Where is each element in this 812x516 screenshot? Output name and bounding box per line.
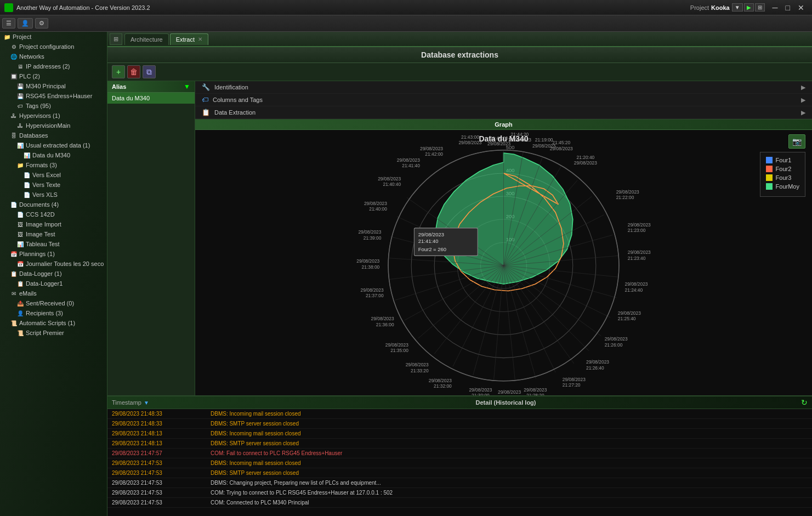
sidebar-item[interactable]: 👤Recipients (3) [0,308,107,318]
add-button[interactable]: + [112,65,125,78]
sidebar-item[interactable]: 📄Vers Texte [0,180,107,190]
alias-item[interactable]: Data du M340 [107,93,195,104]
svg-text:21:41:40: 21:41:40 [402,163,420,168]
title-bar: Another Way of Automation - Core Version… [0,0,812,15]
sidebar-item[interactable]: 📄Vers XLS [0,190,107,200]
svg-text:21:40:00: 21:40:00 [369,206,387,212]
prop-identification[interactable]: 🔧 Identification ▶ [195,81,812,94]
svg-text:21:43:00: 21:43:00 [461,134,479,140]
minimize-btn[interactable]: ─ [769,3,781,12]
sidebar-item[interactable]: 📄CCS 142D [0,209,107,219]
sidebar-item-icon: ⚙ [10,43,18,50]
sidebar-item[interactable]: 📜Script Premier [0,328,107,338]
alias-list: Data du M340 [107,93,195,104]
sidebar-item[interactable]: 📤Sent/Received (0) [0,298,107,308]
sidebar-item[interactable]: 🏷Tags (95) [0,101,107,111]
log-header: Timestamp ▼ Detail (Historical log) ↻ [107,396,812,409]
log-row[interactable]: 29/08/2023 21:47:53DBMS: Changing projec… [107,478,812,488]
sidebar-item[interactable]: 🖼Image Import [0,219,107,229]
sidebar-item[interactable]: 🗄Databases [0,131,107,140]
legend-color-four3 [766,174,773,181]
screenshot-button[interactable]: 📷 [788,134,805,149]
delete-button[interactable]: 🗑 [127,65,140,78]
sidebar-item[interactable]: 📁Project [0,32,107,42]
sidebar-item-icon: 📜 [10,319,18,327]
sidebar-item[interactable]: 📁Formats (3) [0,160,107,170]
sidebar-item[interactable]: 🌐Networks [0,52,107,61]
sidebar-item[interactable]: 🖧HypervisionMain [0,121,107,131]
tab-architecture-label: Architecture [130,36,163,43]
tab-close-icon[interactable]: ✕ [198,36,202,42]
svg-text:29/08/2023: 29/08/2023 [618,310,641,316]
sidebar-item[interactable]: 📋Data-Logger (1) [0,269,107,279]
sidebar-item-label: Vers Excel [32,172,61,178]
log-row[interactable]: 29/08/2023 21:48:13DBMS: Incoming mail s… [107,429,812,439]
sidebar-item[interactable]: 📋Data-Logger1 [0,279,107,288]
svg-text:Four2 = 260: Four2 = 260 [418,246,446,252]
sidebar-item-icon: 🖥 [16,63,24,70]
tab-extract[interactable]: Extract ✕ [170,33,208,45]
sidebar-item[interactable]: 💾RSG45 Endress+Hauser [0,91,107,101]
log-row[interactable]: 29/08/2023 21:48:33DBMS: Incoming mail s… [107,409,812,419]
log-row[interactable]: 29/08/2023 21:47:53COM: Trying to connec… [107,488,812,498]
log-row[interactable]: 29/08/2023 21:48:13DBMS: SMTP server ses… [107,439,812,449]
svg-text:21:24:40: 21:24:40 [624,287,643,293]
sidebar-item[interactable]: 🖼Image Test [0,229,107,239]
svg-text:21:33:20: 21:33:20 [411,368,429,373]
sidebar-item[interactable]: 📄Documents (4) [0,200,107,209]
sidebar-item[interactable]: 🖥IP addresses (2) [0,61,107,71]
sidebar-item-label: Databases [19,132,48,139]
log-detail: COM: Fail to connect to PLC RSG45 Endres… [211,450,808,456]
log-row[interactable]: 29/08/2023 21:47:57COM: Fail to connect … [107,449,812,458]
user-button[interactable]: 👤 [18,18,33,29]
sidebar-item-label: Automatic Scripts (1) [19,320,75,326]
tab-architecture[interactable]: Architecture [124,33,169,45]
sidebar-item[interactable]: 💾M340 Principal [0,81,107,91]
log-timestamp: 29/08/2023 21:48:33 [112,421,211,427]
svg-text:21:37:00: 21:37:00 [366,293,384,298]
sidebar-item-label: Plannings (1) [19,251,55,257]
sidebar-item[interactable]: 📊Tableau Test [0,239,107,249]
sidebar-item[interactable]: 🔲PLC (2) [0,71,107,81]
prop-columns-tags[interactable]: 🏷 Columns and Tags ▶ [195,94,812,106]
graph-container: Data du M340 📷 [195,130,812,395]
sidebar-item[interactable]: 📅Plannings (1) [0,249,107,259]
log-row[interactable]: 29/08/2023 21:47:53DBMS: SMTP server ses… [107,468,812,478]
svg-line-24 [504,265,601,336]
prop-data-extraction[interactable]: 📋 Data Extraction ▶ [195,106,812,119]
dropdown-btn[interactable]: ▼ [732,3,743,12]
sidebar-item-icon: 🏷 [16,102,24,110]
sidebar-item[interactable]: 📜Automatic Scripts (1) [0,318,107,328]
copy-button[interactable]: ⧉ [143,65,156,78]
svg-line-35 [405,265,504,320]
sidebar-item[interactable]: 📊Usual extracted data (1) [0,140,107,150]
sidebar-item[interactable]: 📅Journalier Toutes les 20 seco [0,259,107,269]
log-row[interactable]: 29/08/2023 21:48:33DBMS: SMTP server ses… [107,419,812,429]
sidebar-item-label: Journalier Toutes les 20 seco [26,260,104,267]
sidebar-item-label: eMails [19,290,37,297]
sidebar-item-icon: 📄 [23,181,31,189]
settings2-btn[interactable]: ⊞ [755,3,765,12]
sidebar-item[interactable]: 📄Vers Excel [0,170,107,180]
close-btn[interactable]: ✕ [794,3,808,12]
sidebar-item-icon: 🖼 [16,230,24,238]
log-row[interactable]: 29/08/2023 21:47:53DBMS: Incoming mail s… [107,458,812,468]
log-refresh-button[interactable]: ↻ [801,398,808,407]
log-row[interactable]: 29/08/2023 21:47:53COM: Connected to PLC… [107,498,812,508]
svg-text:21:42:00: 21:42:00 [425,151,443,157]
log-filter-icon[interactable]: ▼ [144,400,149,406]
tab-grid-icon[interactable]: ⊞ [110,33,122,45]
sidebar-item[interactable]: ✉eMails [0,288,107,298]
sidebar-item[interactable]: 📊Data du M340 [0,150,107,160]
sidebar-item[interactable]: 🖧Hypervisors (1) [0,111,107,121]
sidebar-item[interactable]: ⚙Project configuration [0,42,107,52]
sidebar-item-icon: 🗄 [10,132,18,139]
settings-button[interactable]: ⚙ [35,18,48,29]
log-panel: Timestamp ▼ Detail (Historical log) ↻ 29… [107,395,812,516]
play-btn[interactable]: ▶ [744,3,754,12]
menu-button[interactable]: ☰ [2,18,15,29]
log-timestamp: 29/08/2023 21:47:53 [112,490,211,496]
maximize-btn[interactable]: □ [782,3,793,12]
split-pane: Alias ▼ Data du M340 🔧 Identification ▶ [107,81,812,395]
log-body: 29/08/2023 21:48:33DBMS: Incoming mail s… [107,409,812,516]
